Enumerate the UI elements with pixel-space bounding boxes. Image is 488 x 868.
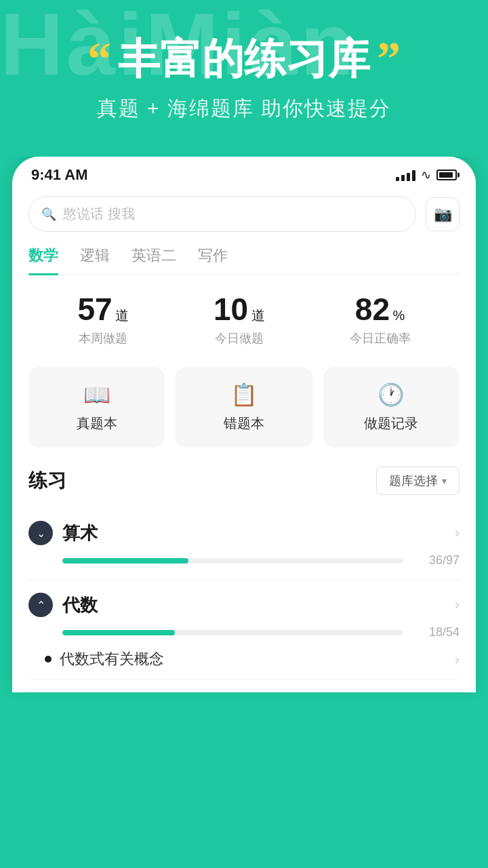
action-card-wrong[interactable]: 📋 错题本	[176, 367, 312, 448]
category-algebra-toggle[interactable]: ⌃	[28, 593, 53, 617]
action-cards: 📖 真题本 📋 错题本 🕐 做题记录	[28, 367, 460, 448]
stat-accuracy-unit: %	[392, 308, 405, 323]
sub-item-algebra-concept[interactable]: 代数式有关概念 ›	[28, 639, 460, 679]
category-arithmetic-header: ⌄ 算术 ›	[28, 521, 460, 545]
search-row: 🔍 憨说话 搜我 📷	[28, 196, 460, 232]
signal-bar-2	[401, 175, 405, 181]
banner-title-text: 丰富的练习库	[118, 34, 370, 84]
search-icon: 🔍	[41, 207, 56, 222]
stat-accuracy-number: 82	[355, 292, 390, 327]
stat-weekly-unit: 道	[115, 308, 129, 323]
library-btn-label: 题库选择	[389, 473, 438, 489]
chevron-down-icon: ▾	[442, 475, 447, 486]
category-algebra-progress-bg	[62, 630, 403, 635]
category-arithmetic-name: 算术	[62, 521, 98, 545]
signal-bar-1	[396, 177, 399, 181]
category-arithmetic: ⌄ 算术 › 36/97	[28, 509, 460, 580]
practice-header: 练习 题库选择 ▾	[28, 467, 460, 495]
category-arithmetic-progress-row: 36/97	[28, 553, 460, 568]
quote-close: ”	[377, 35, 401, 83]
history-icon: 🕐	[378, 382, 405, 408]
stat-today-unit: 道	[251, 308, 265, 323]
chevron-up-icon: ⌃	[37, 599, 45, 612]
status-icons: ∿	[396, 167, 457, 182]
banner-subtitle: 真题 + 海绵题库 助你快速提分	[27, 95, 461, 123]
library-select-button[interactable]: 题库选择 ▾	[376, 467, 460, 495]
real-exam-label: 真题本	[77, 414, 117, 433]
sub-item-name: 代数式有关概念	[60, 649, 164, 669]
category-arithmetic-progress-text: 36/97	[412, 553, 460, 568]
category-algebra-name: 代数	[62, 593, 98, 617]
category-algebra: ⌃ 代数 › 18/54 代数式有关概念 ›	[28, 580, 460, 692]
wrong-exam-label: 错题本	[224, 414, 264, 433]
app-content: 🔍 憨说话 搜我 📷 数学 逻辑 英语二 写作 57 道 本周做题 10 道	[12, 189, 476, 692]
category-arithmetic-left: ⌄ 算术	[28, 521, 98, 545]
battery-level	[439, 172, 453, 178]
stat-today-label: 今日做题	[214, 330, 265, 347]
camera-icon: 📷	[434, 205, 452, 223]
wifi-icon: ∿	[421, 167, 431, 182]
stat-accuracy: 82 % 今日正确率	[350, 291, 411, 347]
category-arithmetic-toggle[interactable]: ⌄	[28, 521, 53, 545]
category-arithmetic-arrow: ›	[455, 524, 460, 542]
category-algebra-progress-row: 18/54	[28, 625, 460, 639]
banner: HàiMiàn “ 丰富的练习库 ” 真题 + 海绵题库 助你快速提分	[0, 0, 488, 157]
stat-today-number: 10	[214, 292, 248, 327]
stat-accuracy-label: 今日正确率	[350, 330, 411, 347]
sub-item-left: 代数式有关概念	[45, 649, 164, 669]
tab-math[interactable]: 数学	[28, 245, 58, 274]
search-input-wrap[interactable]: 🔍 憨说话 搜我	[28, 196, 416, 232]
signal-bar-3	[407, 173, 410, 181]
tab-english[interactable]: 英语二	[131, 245, 176, 274]
tabs: 数学 逻辑 英语二 写作	[28, 245, 460, 275]
category-arithmetic-progress-fill	[62, 558, 188, 564]
tab-logic[interactable]: 逻辑	[80, 245, 110, 274]
category-algebra-progress-fill	[62, 630, 175, 635]
history-label: 做题记录	[364, 414, 418, 433]
action-card-history[interactable]: 🕐 做题记录	[323, 367, 460, 448]
category-algebra-left: ⌃ 代数	[28, 593, 98, 617]
wrong-exam-icon: 📋	[230, 382, 258, 408]
practice-title: 练习	[28, 468, 66, 494]
action-card-real[interactable]: 📖 真题本	[28, 367, 165, 448]
stat-weekly: 57 道 本周做题	[77, 291, 129, 347]
category-arithmetic-progress-bg	[62, 558, 403, 564]
battery-icon	[436, 170, 457, 180]
stats-row: 57 道 本周做题 10 道 今日做题 82 % 今日正确率	[28, 291, 460, 347]
status-time: 9:41 AM	[31, 166, 88, 184]
search-placeholder: 憨说话 搜我	[63, 205, 135, 223]
tab-writing[interactable]: 写作	[198, 245, 228, 274]
category-algebra-progress-text: 18/54	[412, 625, 460, 639]
signal-bar-4	[412, 170, 415, 181]
camera-button[interactable]: 📷	[426, 197, 460, 231]
real-exam-icon: 📖	[83, 382, 110, 408]
chevron-down-icon: ⌄	[37, 527, 45, 540]
category-algebra-arrow: ›	[455, 596, 460, 614]
banner-title: “ 丰富的练习库 ”	[27, 34, 461, 84]
signal-icon	[396, 169, 415, 181]
phone-mockup: 9:41 AM ∿ 🔍 憨说话 搜我 📷	[12, 157, 476, 692]
quote-open: “	[87, 35, 111, 83]
stat-weekly-number: 57	[77, 292, 112, 327]
sub-dot	[45, 656, 52, 663]
banner-content: “ 丰富的练习库 ” 真题 + 海绵题库 助你快速提分	[0, 0, 488, 136]
stat-today: 10 道 今日做题	[214, 291, 265, 347]
stat-weekly-label: 本周做题	[77, 330, 129, 347]
category-algebra-header: ⌃ 代数 ›	[28, 593, 460, 617]
status-bar: 9:41 AM ∿	[12, 157, 476, 189]
sub-item-arrow: ›	[455, 652, 460, 667]
